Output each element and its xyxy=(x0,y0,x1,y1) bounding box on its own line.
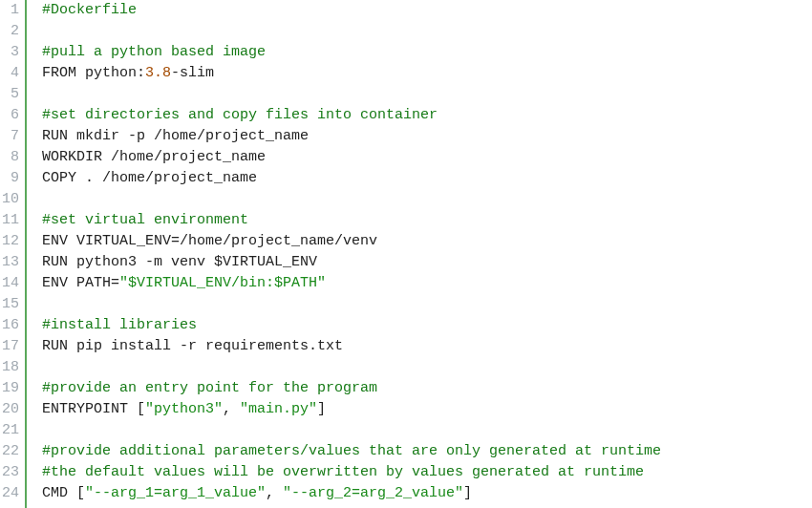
line-number: 1 xyxy=(0,0,19,21)
line-number: 3 xyxy=(0,42,19,63)
code-line: #provide additional parameters/values th… xyxy=(42,441,812,462)
code-line: RUN python3 -m venv $VIRTUAL_ENV xyxy=(42,252,812,273)
code-token: RUN mkdir -p /home/project_name xyxy=(42,128,309,144)
code-line xyxy=(42,357,812,378)
code-line: RUN mkdir -p /home/project_name xyxy=(42,126,812,147)
code-line: CMD ["--arg_1=arg_1_value", "--arg_2=arg… xyxy=(42,483,812,504)
code-token: #pull a python based image xyxy=(42,44,266,60)
code-token: #install libraries xyxy=(42,317,197,333)
code-token: FROM python: xyxy=(42,65,145,81)
line-number: 11 xyxy=(0,210,19,231)
code-line: #set virtual environment xyxy=(42,210,812,231)
code-token: "--arg_2=arg_2_value" xyxy=(283,485,463,501)
line-number: 8 xyxy=(0,147,19,168)
code-token: -slim xyxy=(171,65,214,81)
code-token: , xyxy=(223,401,240,417)
code-token: #provide additional parameters/values th… xyxy=(42,443,661,459)
code-token: "$VIRTUAL_ENV/bin:$PATH" xyxy=(119,275,326,291)
code-token: ENTRYPOINT [ xyxy=(42,401,145,417)
code-editor: 123456789101112131415161718192021222324 … xyxy=(0,0,812,508)
code-token: CMD [ xyxy=(42,485,85,501)
code-line: #pull a python based image xyxy=(42,42,812,63)
code-token: #set virtual environment xyxy=(42,212,248,228)
code-token: #the default values will be overwritten … xyxy=(42,464,644,480)
code-token: , xyxy=(266,485,283,501)
code-line xyxy=(42,420,812,441)
code-token: COPY . /home/project_name xyxy=(42,170,257,186)
line-number: 12 xyxy=(0,231,19,252)
code-line xyxy=(42,294,812,315)
code-line xyxy=(42,189,812,210)
code-line: #Dockerfile xyxy=(42,0,812,21)
code-token: #provide an entry point for the program xyxy=(42,380,377,396)
line-number-gutter: 123456789101112131415161718192021222324 xyxy=(0,0,27,508)
code-line: #set directories and copy files into con… xyxy=(42,105,812,126)
code-line: RUN pip install -r requirements.txt xyxy=(42,336,812,357)
line-number: 21 xyxy=(0,420,19,441)
code-line: ENTRYPOINT ["python3", "main.py"] xyxy=(42,399,812,420)
line-number: 15 xyxy=(0,294,19,315)
code-token: ENV PATH= xyxy=(42,275,119,291)
code-token: WORKDIR /home/project_name xyxy=(42,149,266,165)
line-number: 23 xyxy=(0,462,19,483)
code-line: FROM python:3.8-slim xyxy=(42,63,812,84)
line-number: 16 xyxy=(0,315,19,336)
code-token: "--arg_1=arg_1_value" xyxy=(85,485,266,501)
code-token: ] xyxy=(317,401,326,417)
code-token: 3.8 xyxy=(145,65,171,81)
code-line: #provide an entry point for the program xyxy=(42,378,812,399)
line-number: 19 xyxy=(0,378,19,399)
line-number: 6 xyxy=(0,105,19,126)
code-token: #set directories and copy files into con… xyxy=(42,107,438,123)
code-token: "python3" xyxy=(145,401,223,417)
line-number: 17 xyxy=(0,336,19,357)
code-token: "main.py" xyxy=(240,401,317,417)
line-number: 9 xyxy=(0,168,19,189)
line-number: 5 xyxy=(0,84,19,105)
code-line: WORKDIR /home/project_name xyxy=(42,147,812,168)
code-line xyxy=(42,84,812,105)
code-line: #install libraries xyxy=(42,315,812,336)
code-line: ENV VIRTUAL_ENV=/home/project_name/venv xyxy=(42,231,812,252)
code-token: RUN python3 -m venv $VIRTUAL_ENV xyxy=(42,254,317,270)
line-number: 2 xyxy=(0,21,19,42)
line-number: 14 xyxy=(0,273,19,294)
code-token: RUN pip install -r requirements.txt xyxy=(42,338,343,354)
code-token: ] xyxy=(463,485,472,501)
code-token: #Dockerfile xyxy=(42,2,137,18)
line-number: 22 xyxy=(0,441,19,462)
line-number: 24 xyxy=(0,483,19,504)
line-number: 7 xyxy=(0,126,19,147)
code-line xyxy=(42,21,812,42)
line-number: 4 xyxy=(0,63,19,84)
code-line: ENV PATH="$VIRTUAL_ENV/bin:$PATH" xyxy=(42,273,812,294)
code-content[interactable]: #Dockerfile#pull a python based imageFRO… xyxy=(27,0,812,508)
line-number: 20 xyxy=(0,399,19,420)
line-number: 18 xyxy=(0,357,19,378)
line-number: 13 xyxy=(0,252,19,273)
code-token: ENV VIRTUAL_ENV=/home/project_name/venv xyxy=(42,233,377,249)
code-line: COPY . /home/project_name xyxy=(42,168,812,189)
line-number: 10 xyxy=(0,189,19,210)
code-line: #the default values will be overwritten … xyxy=(42,462,812,483)
